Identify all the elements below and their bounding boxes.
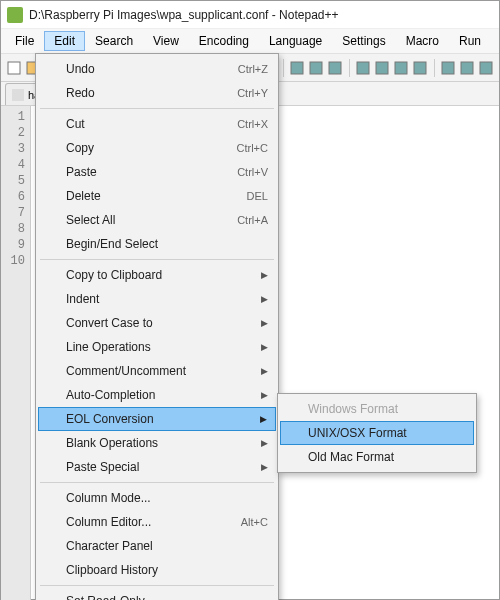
toolbar-separator: [349, 59, 350, 77]
stop-button[interactable]: [478, 57, 495, 79]
menu-item-cut[interactable]: CutCtrl+X: [38, 112, 276, 136]
menu-item-label: Redo: [66, 86, 95, 100]
submenu-item-unix-osx-format[interactable]: UNIX/OSX Format: [280, 421, 474, 445]
menu-item-label: Copy to Clipboard: [66, 268, 162, 282]
titlebar: D:\Raspberry Pi Images\wpa_supplicant.co…: [1, 1, 499, 29]
toolbar-separator: [283, 59, 284, 77]
menu-separator: [40, 585, 274, 586]
chevron-right-icon: ▶: [261, 342, 268, 352]
line-number: 9: [1, 238, 25, 254]
menu-item-label: Paste Special: [66, 460, 139, 474]
menu-item-comment-uncomment[interactable]: Comment/Uncomment▶: [38, 359, 276, 383]
menu-macro[interactable]: Macro: [396, 31, 449, 51]
menu-item-label: Blank Operations: [66, 436, 158, 450]
menu-item-label: Column Editor...: [66, 515, 151, 529]
show-all-button[interactable]: [374, 57, 391, 79]
menu-item-undo[interactable]: UndoCtrl+Z: [38, 57, 276, 81]
menu-item-copy[interactable]: CopyCtrl+C: [38, 136, 276, 160]
menu-item-clipboard-history[interactable]: Clipboard History: [38, 558, 276, 582]
menu-separator: [40, 108, 274, 109]
play-button[interactable]: [459, 57, 476, 79]
line-number: 3: [1, 142, 25, 158]
menu-item-copy-to-clipboard[interactable]: Copy to Clipboard▶: [38, 263, 276, 287]
menu-item-indent[interactable]: Indent▶: [38, 287, 276, 311]
line-number-gutter: 12345678910: [1, 106, 31, 600]
menu-item-label: Cut: [66, 117, 85, 131]
zoom-in-button[interactable]: [308, 57, 325, 79]
menu-item-column-mode[interactable]: Column Mode...: [38, 486, 276, 510]
svg-rect-15: [329, 62, 341, 74]
menu-shortcut: Ctrl+Z: [238, 63, 268, 75]
menu-item-label: Convert Case to: [66, 316, 153, 330]
menu-view[interactable]: View: [143, 31, 189, 51]
line-number: 7: [1, 206, 25, 222]
edit-menu-dropdown: UndoCtrl+ZRedoCtrl+YCutCtrl+XCopyCtrl+CP…: [35, 53, 279, 600]
svg-rect-0: [8, 62, 20, 74]
word-wrap-button[interactable]: [355, 57, 372, 79]
window-title: D:\Raspberry Pi Images\wpa_supplicant.co…: [29, 8, 339, 22]
line-number: 2: [1, 126, 25, 142]
svg-rect-21: [461, 62, 473, 74]
menu-shortcut: Ctrl+C: [237, 142, 268, 154]
line-number: 4: [1, 158, 25, 174]
menu-item-select-all[interactable]: Select AllCtrl+A: [38, 208, 276, 232]
menu-item-label: Undo: [66, 62, 95, 76]
menu-edit[interactable]: Edit: [44, 31, 85, 51]
menu-item-blank-operations[interactable]: Blank Operations▶: [38, 431, 276, 455]
svg-rect-17: [376, 62, 388, 74]
fold-button[interactable]: [412, 57, 429, 79]
menu-item-paste[interactable]: PasteCtrl+V: [38, 160, 276, 184]
chevron-right-icon: ▶: [260, 414, 267, 424]
chevron-right-icon: ▶: [261, 462, 268, 472]
menu-separator: [40, 482, 274, 483]
menu-item-label: Column Mode...: [66, 491, 151, 505]
menu-item-label: Set Read-Only: [66, 594, 145, 600]
record-button[interactable]: [440, 57, 457, 79]
menu-settings[interactable]: Settings: [332, 31, 395, 51]
menu-item-label: Character Panel: [66, 539, 153, 553]
eol-conversion-submenu: Windows FormatUNIX/OSX FormatOld Mac For…: [277, 393, 477, 473]
menu-encoding[interactable]: Encoding: [189, 31, 259, 51]
menu-item-begin-end-select[interactable]: Begin/End Select: [38, 232, 276, 256]
menu-item-label: Paste: [66, 165, 97, 179]
menu-item-paste-special[interactable]: Paste Special▶: [38, 455, 276, 479]
menu-item-delete[interactable]: DeleteDEL: [38, 184, 276, 208]
line-number: 5: [1, 174, 25, 190]
menu-item-eol-conversion[interactable]: EOL Conversion▶: [38, 407, 276, 431]
menu-textfx[interactable]: TextFX: [491, 31, 500, 51]
menu-item-label: Clipboard History: [66, 563, 158, 577]
menu-item-auto-completion[interactable]: Auto-Completion▶: [38, 383, 276, 407]
file-icon: [12, 89, 24, 101]
menu-item-set-read-only[interactable]: Set Read-Only: [38, 589, 276, 600]
submenu-item-windows-format: Windows Format: [280, 397, 474, 421]
menu-run[interactable]: Run: [449, 31, 491, 51]
menu-item-redo[interactable]: RedoCtrl+Y: [38, 81, 276, 105]
chevron-right-icon: ▶: [261, 438, 268, 448]
menu-shortcut: Ctrl+A: [237, 214, 268, 226]
menu-shortcut: Alt+C: [241, 516, 268, 528]
chevron-right-icon: ▶: [261, 366, 268, 376]
menu-language[interactable]: Language: [259, 31, 332, 51]
svg-rect-14: [310, 62, 322, 74]
svg-rect-18: [395, 62, 407, 74]
menu-item-character-panel[interactable]: Character Panel: [38, 534, 276, 558]
menu-item-label: Indent: [66, 292, 99, 306]
menu-search[interactable]: Search: [85, 31, 143, 51]
menu-file[interactable]: File: [5, 31, 44, 51]
menu-item-label: EOL Conversion: [66, 412, 154, 426]
submenu-item-old-mac-format[interactable]: Old Mac Format: [280, 445, 474, 469]
toolbar-separator: [434, 59, 435, 77]
menu-shortcut: Ctrl+X: [237, 118, 268, 130]
new-button[interactable]: [5, 57, 22, 79]
menu-separator: [40, 259, 274, 260]
menu-item-column-editor[interactable]: Column Editor...Alt+C: [38, 510, 276, 534]
menu-item-convert-case-to[interactable]: Convert Case to▶: [38, 311, 276, 335]
zoom-out-button[interactable]: [327, 57, 344, 79]
indent-guide-button[interactable]: [393, 57, 410, 79]
menu-item-line-operations[interactable]: Line Operations▶: [38, 335, 276, 359]
menu-item-label: Delete: [66, 189, 101, 203]
svg-rect-22: [480, 62, 492, 74]
replace-button[interactable]: [288, 57, 305, 79]
menu-item-label: UNIX/OSX Format: [308, 426, 407, 440]
menu-item-label: Auto-Completion: [66, 388, 155, 402]
